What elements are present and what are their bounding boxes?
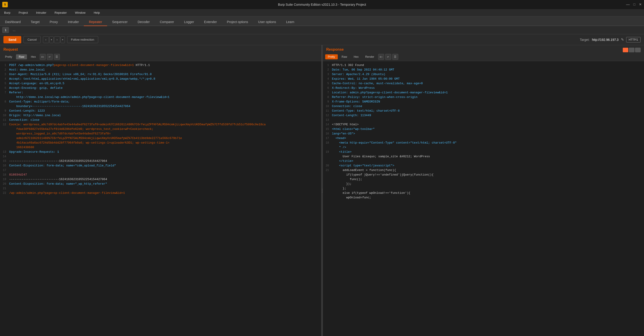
- table-row: 12Cookie: wordpress_a0c7d97dc4abfe43e44a…: [0, 122, 321, 127]
- table-row: 18818034d247: [0, 173, 321, 177]
- request-code-area[interactable]: 1POST /wp-admin/admin.php?page=sp-client…: [0, 61, 321, 336]
- target-label: Target:: [580, 38, 590, 41]
- table-row: 4Expires: Wed, 11 Jan 1984 05:00:00 GMT: [323, 77, 644, 81]
- menu-item-intruder[interactable]: Intruder: [34, 10, 48, 15]
- layout-split-btn[interactable]: [623, 48, 628, 52]
- repeater-tab-1[interactable]: 1: [2, 27, 9, 33]
- repeater-tab-…[interactable]: …: [10, 27, 18, 33]
- table-row: });: [323, 182, 644, 186]
- table-row: 17: [0, 168, 321, 173]
- table-row: 14: [0, 154, 321, 159]
- menu-item-repeater[interactable]: Repeater: [53, 10, 68, 15]
- nav-tab-dashboard[interactable]: Dashboard: [0, 18, 26, 26]
- maximize-button[interactable]: □: [634, 2, 635, 6]
- nav-tab-proxy[interactable]: Proxy: [44, 18, 63, 26]
- response-newline-icon[interactable]: ↵: [385, 54, 391, 60]
- pane-divider[interactable]: [322, 45, 323, 336]
- response-render-btn[interactable]: Render: [362, 54, 377, 59]
- next-button[interactable]: ›: [54, 36, 60, 43]
- menu-item-burp[interactable]: Burp: [2, 10, 12, 15]
- table-row: 18 <meta http-equiv="Content-Type" conte…: [323, 141, 644, 145]
- layout-left-btn[interactable]: [629, 48, 634, 52]
- nav-tab-logger[interactable]: Logger: [179, 18, 199, 26]
- table-row: 21: [0, 186, 321, 191]
- menu-bar: BurpProjectIntruderRepeaterWindowHelp: [0, 9, 644, 16]
- table-row: 13: [323, 118, 644, 122]
- nav-tab-intruder[interactable]: Intruder: [63, 18, 84, 26]
- layout-right-btn[interactable]: [635, 48, 640, 52]
- table-row: func();: [323, 177, 644, 182]
- next-drop-button[interactable]: ▾: [60, 36, 65, 43]
- nav-tab-project-options[interactable]: Project options: [222, 18, 253, 26]
- nav-tab-learn[interactable]: Learn: [281, 18, 300, 26]
- table-row: wordpress_logged_in_a0c7d97dc4abfe43e44a…: [0, 131, 321, 136]
- nav-tab-extender[interactable]: Extender: [199, 18, 222, 26]
- menu-item-window[interactable]: Window: [73, 10, 87, 15]
- nav-tab-sequencer[interactable]: Sequencer: [107, 18, 133, 26]
- close-button[interactable]: ✕: [639, 2, 642, 6]
- cancel-button[interactable]: Cancel: [24, 36, 40, 43]
- response-menu-icon[interactable]: ☰: [392, 54, 398, 60]
- table-row: 19 <title>: [323, 150, 644, 154]
- target-url: http://192.96.197.3: [592, 38, 619, 41]
- table-row: 15----------------------------1624163623…: [0, 159, 321, 163]
- response-pane: Response Pretty Raw Hex Render ≡↕ ↵ ☰ 1H…: [323, 45, 644, 336]
- table-row: 9X-Frame-Options: SAMEORIGIN: [323, 99, 644, 104]
- nav-tab-decoder[interactable]: Decoder: [133, 18, 155, 26]
- prev-drop-button[interactable]: ▾: [49, 36, 54, 43]
- response-raw-btn[interactable]: Raw: [339, 54, 350, 59]
- request-menu-icon[interactable]: ☰: [54, 54, 60, 60]
- request-pretty-btn[interactable]: Pretty: [2, 54, 15, 59]
- target-info: Target: http://192.96.197.3 ✎ HTTP/1: [580, 37, 640, 42]
- table-row: " />: [323, 145, 644, 150]
- response-pretty-btn[interactable]: Pretty: [325, 54, 338, 59]
- table-row: 7Referer:: [0, 90, 321, 95]
- minimize-button[interactable]: —: [626, 2, 630, 6]
- nav-tab-target[interactable]: Target: [26, 18, 45, 26]
- table-row: 20Content-Disposition: form-data; name="…: [0, 182, 321, 186]
- prev-button[interactable]: ‹: [43, 36, 49, 43]
- table-row: 10Connection: close: [323, 104, 644, 109]
- table-row: 21 addLoadEvent = function(func){: [323, 168, 644, 173]
- follow-redirection-button[interactable]: Follow redirection: [67, 36, 98, 43]
- send-button[interactable]: Send: [4, 36, 21, 43]
- nav-tab-comparer[interactable]: Comparer: [155, 18, 179, 26]
- table-row: 1POST /wp-admin/admin.php?page=sp-client…: [0, 63, 321, 67]
- main-content: Request Pretty Raw Hex ≡↕ ↵ ☰ 1POST /wp-…: [0, 45, 644, 336]
- table-row: if(typeof jQuery!=='undefined')jQuery(fu…: [323, 173, 644, 177]
- menu-item-help[interactable]: Help: [92, 10, 102, 15]
- toolbar: Send Cancel ‹ ▾ › ▾ Follow redirection T…: [0, 34, 644, 45]
- nav-tab-repeater[interactable]: Repeater: [84, 18, 107, 26]
- table-row: wpOnload=func;: [323, 195, 644, 200]
- response-code-area[interactable]: 1HTTP/1.1 302 Found2Date: Tue, 06 Sep 20…: [323, 61, 644, 336]
- table-row: 12Content-Length: 113449: [323, 113, 644, 118]
- table-row: 10Origin: http://demo.ine.local: [0, 113, 321, 118]
- table-row: 11Content-Type: text/html; charset=UTF-8: [323, 109, 644, 113]
- request-newline-icon[interactable]: ↵: [47, 54, 53, 60]
- table-row: 17 <head>: [323, 136, 644, 141]
- table-row: 14<!DOCTYPE html>: [323, 122, 644, 127]
- nav-tab-user-options[interactable]: User options: [253, 18, 281, 26]
- edit-target-icon[interactable]: ✎: [621, 37, 624, 42]
- request-filter-icon[interactable]: ≡↕: [40, 54, 46, 60]
- table-row: 1662438680: [0, 145, 321, 150]
- http-version-button[interactable]: HTTP/1: [626, 37, 640, 42]
- request-hex-btn[interactable]: Hex: [28, 54, 38, 59]
- request-raw-btn[interactable]: Raw: [16, 54, 27, 59]
- response-view-toolbar: Pretty Raw Hex Render ≡↕ ↵ ☰: [323, 53, 644, 61]
- table-row: User Files &lsaquo; sample_site &#8212; …: [323, 154, 644, 159]
- response-filter-icon[interactable]: ≡↕: [378, 54, 384, 60]
- request-pane: Request Pretty Raw Hex ≡↕ ↵ ☰ 1POST /wp-…: [0, 45, 322, 336]
- window-title: Burp Suite Community Edition v2021.10.3 …: [278, 3, 366, 6]
- response-hex-btn[interactable]: Hex: [351, 54, 361, 59]
- table-row: 6Accept-Encoding: gzip, deflate: [0, 86, 321, 90]
- window-controls[interactable]: — □ ✕: [626, 2, 642, 6]
- table-row: 16lang="en-US">: [323, 131, 644, 136]
- table-row: 4Accept: text/html,application/xhtml+xml…: [0, 77, 321, 81]
- table-row: fdae38f68827e55b4a27cf814d8286dfe62d0; w…: [0, 127, 321, 131]
- table-row: 5Cache-Control: no-cache, must-revalidat…: [323, 81, 644, 86]
- table-row: 2Host: demo.ine.local: [0, 67, 321, 72]
- table-row: 1HTTP/1.1 302 Found: [323, 63, 644, 67]
- nav-tab-bar: DashboardTargetProxyIntruderRepeaterSequ…: [0, 16, 644, 26]
- menu-item-project[interactable]: Project: [17, 10, 30, 15]
